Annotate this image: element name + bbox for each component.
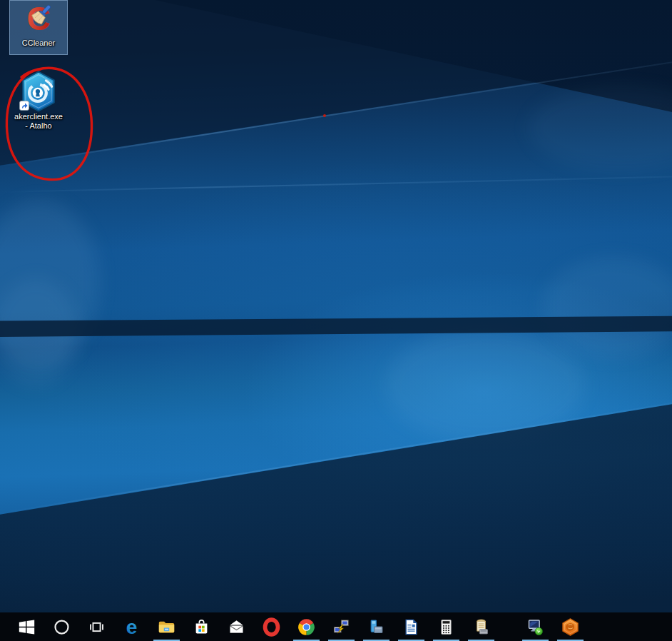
taskbar-button-edge[interactable]: e	[114, 612, 149, 641]
shortcut-arrow-badge-icon	[19, 101, 29, 111]
calculator-icon	[437, 617, 456, 637]
task-view-icon	[87, 617, 106, 637]
icon-label-akerclient-line1: akerclient.exe	[14, 112, 63, 121]
taskbar-spacer	[499, 612, 518, 641]
monitor-green-orb-icon	[526, 617, 545, 637]
cortana-circle-icon	[52, 617, 71, 637]
edge-e-icon: e	[122, 617, 141, 637]
taskbar-button-mail[interactable]	[219, 612, 254, 641]
taskbar-button-search[interactable]	[44, 612, 79, 641]
envelope-icon	[227, 617, 246, 637]
taskbar-button-chrome[interactable]	[289, 612, 324, 641]
icon-label-ccleaner: CCleaner	[22, 39, 55, 48]
orange-hexagon-icon	[561, 617, 580, 637]
icon-label-akerclient-line2: - Atalho	[25, 121, 51, 131]
desktop-icon-ccleaner[interactable]: C CCleaner	[10, 1, 67, 54]
computer-case-icon	[367, 617, 386, 637]
taskbar-button-devices[interactable]	[359, 612, 394, 641]
desktop-surface[interactable]: C CCleaner	[0, 0, 672, 612]
taskbar-button-file-explorer[interactable]	[149, 612, 184, 641]
taskbar-button-writer[interactable]	[394, 612, 429, 641]
akerclient-hexagon-icon	[21, 71, 56, 112]
windows-logo-icon	[17, 617, 36, 637]
red-dot-artifact	[323, 114, 326, 117]
store-bag-icon	[192, 617, 211, 637]
scroll-printer-icon	[472, 617, 491, 637]
taskbar-items: e	[9, 612, 588, 641]
svg-text:e: e	[126, 617, 138, 637]
desktop-icon-akerclient[interactable]: akerclient.exe - Atalho	[10, 71, 67, 138]
remote-computers-icon	[332, 617, 351, 637]
taskbar-button-remote-desktop[interactable]	[518, 612, 553, 641]
taskbar: e	[0, 612, 672, 641]
chrome-circle-icon	[297, 617, 316, 637]
folder-icon	[157, 617, 176, 637]
windows-desktop-screen: C CCleaner	[0, 0, 672, 641]
taskbar-button-opera[interactable]	[254, 612, 289, 641]
taskbar-button-calculator[interactable]	[429, 612, 464, 641]
opera-ring-icon	[262, 617, 281, 637]
taskbar-button-print-script[interactable]	[464, 612, 499, 641]
taskbar-button-task-view[interactable]	[79, 612, 114, 641]
taskbar-button-remote-connection[interactable]	[324, 612, 359, 641]
writer-document-icon	[402, 617, 421, 637]
taskbar-button-aker-firewall[interactable]	[553, 612, 588, 641]
taskbar-button-start[interactable]	[9, 612, 44, 641]
ccleaner-logo-icon: C	[22, 3, 55, 39]
taskbar-button-store[interactable]	[184, 612, 219, 641]
